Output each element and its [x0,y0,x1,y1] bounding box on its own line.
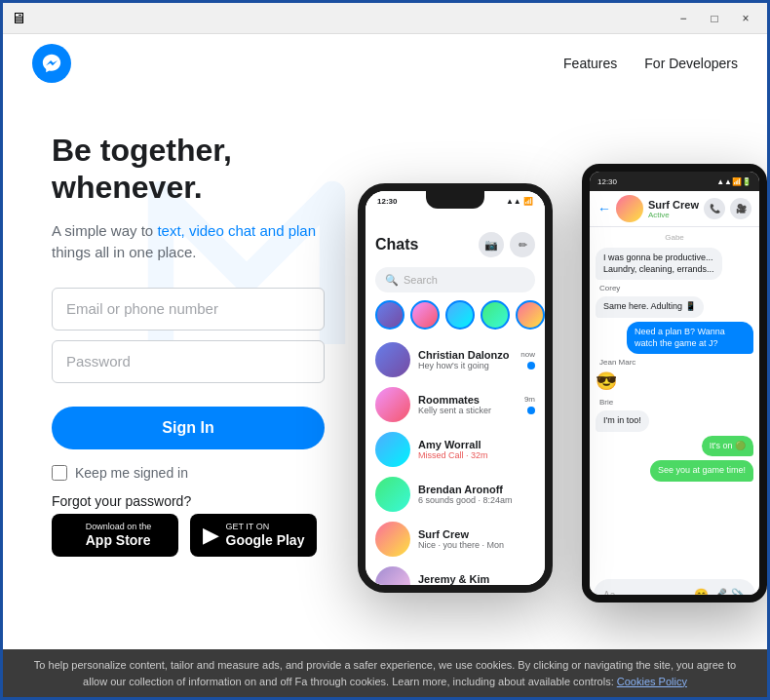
chat-info-2: Roommates Kelly sent a sticker [418,394,517,415]
chat-item-3[interactable]: Amy Worrall Missed Call · 32m [366,427,545,472]
video-call-button[interactable]: 🎥 [730,198,751,219]
chat-info-3: Amy Worrall Missed Call · 32m [418,439,527,460]
bubble-2: Same here. Adulting 📱 [596,296,704,318]
chat-avatar-2 [375,387,410,422]
message-input-bar[interactable]: Aa 😊 🎤 📎 [594,579,755,603]
titlebar: 🖥 − □ × [3,3,767,34]
chat-name-6: Jeremy & Kim [418,573,535,585]
msg-row-4: 😎 [596,370,753,393]
phone-right: 12:30 ▲▲📶🔋 ← Surf Crew Active [582,164,767,603]
google-play-button[interactable]: ▶ GET IT ON Google Play [190,514,317,557]
keep-signed-in-row: Keep me signed in [52,465,344,481]
google-play-small: GET IT ON [226,522,305,532]
chat-info-1: Christian Dalonzo Hey how's it going [418,349,513,370]
story-avatar-5 [516,300,545,330]
app-store-big: App Store [86,532,152,549]
audio-call-button[interactable]: 📞 [704,198,725,219]
maximize-button[interactable]: □ [701,8,728,29]
keep-signed-in-checkbox[interactable] [52,465,67,481]
android-status-bar: 12:30 ▲▲📶🔋 [590,172,759,191]
signin-button[interactable]: Sign In [52,407,325,449]
attach-icon: 📎 [731,588,746,602]
msg-row-2: Same here. Adulting 📱 [596,296,753,318]
chat-active-status: Active [648,211,699,219]
messenger-logo[interactable] [32,44,71,83]
chat-item-5[interactable]: Surf Crew Nice · you there · Mon [366,517,545,562]
subtitle-part1: A simple way to [52,222,157,239]
chat-group-avatar [616,195,643,222]
story-avatar-4 [481,300,510,330]
chat-item-6[interactable]: Jeremy & Kim 😄🎵 [366,562,545,585]
login-form: Sign In [52,288,344,465]
chat-info-4: Brendan Aronoff 6 sounds good · 8:24am [418,484,535,505]
titlebar-left: 🖥 [11,10,26,27]
close-button[interactable]: × [732,8,759,29]
app-icon: 🖥 [11,10,26,27]
chat-name-3: Amy Worrall [418,439,527,450]
chat-item-1[interactable]: Christian Dalonzo Hey how's it going now [366,337,545,382]
bubble-3: Need a plan B? Wanna watch the game at J… [627,322,753,354]
story-avatar-1 [375,300,404,330]
chat-avatar-6 [375,566,410,585]
minimize-button[interactable]: − [670,8,697,29]
chat-time-1: now [520,350,535,359]
nav-links: Features For Developers [563,56,738,71]
time-display: 12:30 [377,197,397,206]
android-time: 12:30 [597,177,617,186]
google-play-text: GET IT ON Google Play [226,522,305,549]
camera-icon: 📷 [479,232,504,257]
email-group [52,288,344,331]
header-icons: 📷 ✏ [479,232,535,257]
forgot-password-link[interactable]: Forgot your password? [52,493,191,509]
messenger-icon [41,53,62,74]
phone-screen-left: 12:30 ▲▲ 📶 Chats 📷 ✏ 🔍 Sear [366,191,545,585]
signal-icons: ▲▲ 📶 [506,197,533,206]
bubble-1: I was gonna be productive... Laundry, cl… [596,248,722,280]
android-signal: ▲▲📶🔋 [716,177,751,186]
chat-avatar-4 [375,477,410,512]
chat-item-4[interactable]: Brendan Aronoff 6 sounds good · 8:24am [366,472,545,517]
messages-area: Gabe I was gonna be productive... Laundr… [590,227,759,575]
chat-window-header: ← Surf Crew Active 📞 🎥 [590,191,759,227]
keep-signed-in-label[interactable]: Keep me signed in [75,465,188,481]
msg-sender-5: Brie [599,398,753,407]
mic-icon: 🎤 [712,588,727,602]
message-input-icons: 😊 🎤 📎 [694,588,746,602]
story-row [366,300,545,337]
chat-info-5: Surf Crew Nice · you there · Mon [418,528,535,550]
app-store-small: Download on the [86,522,152,532]
google-play-icon: ▶ [203,523,219,548]
password-input[interactable] [52,340,325,383]
unread-badge-2 [527,407,535,414]
bubble-6: It's on 🟢 [702,436,753,457]
developers-link[interactable]: For Developers [644,56,738,71]
chats-title: Chats [375,236,418,253]
chat-name-1: Christian Dalonzo [418,349,513,361]
navbar: Features For Developers [3,34,767,93]
search-icon: 🔍 [385,274,399,287]
msg-row-3: Need a plan B? Wanna watch the game at J… [596,322,753,354]
chat-item-2[interactable]: Roommates Kelly sent a sticker 9m [366,382,545,427]
chat-msg-4: 6 sounds good · 8:24am [418,495,535,505]
back-arrow-icon[interactable]: ← [597,201,611,216]
msg-row-6: It's on 🟢 [596,436,753,457]
chat-header: Chats 📷 ✏ [366,211,545,263]
password-group [52,340,344,383]
email-input[interactable] [52,288,325,331]
bubble-7: See you at game time! [650,460,753,482]
chat-avatar-3 [375,432,410,467]
left-panel: Be together, whenever. A simple way to t… [3,93,373,700]
store-buttons: Download on the App Store ▶ GET IT ON Go… [52,514,344,557]
cookies-policy-link[interactable]: Cookies Policy [617,676,687,687]
app-store-button[interactable]: Download on the App Store [52,514,178,557]
msg-sender-4: Jean Marc [599,358,753,367]
google-play-big: Google Play [226,532,305,549]
app-store-text: Download on the App Store [86,522,152,549]
search-bar[interactable]: 🔍 Search [375,267,535,292]
phone-left: 12:30 ▲▲ 📶 Chats 📷 ✏ 🔍 Sear [358,183,553,593]
msg-sender-2: Corey [599,284,753,292]
phone-container: 12:30 ▲▲ 📶 Chats 📷 ✏ 🔍 Sear [358,164,767,632]
features-link[interactable]: Features [563,56,617,71]
hero-title: Be together, whenever. [52,132,344,207]
chat-avatar-1 [375,342,410,377]
